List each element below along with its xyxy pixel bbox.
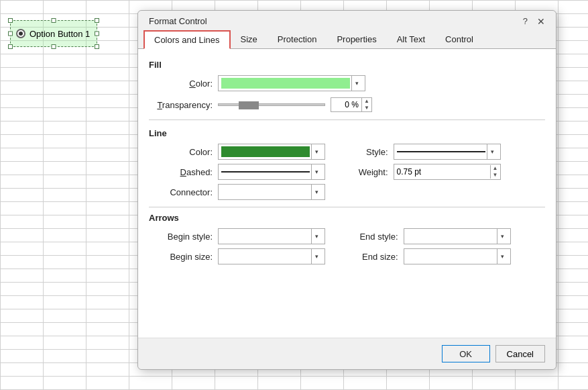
resize-handle-br[interactable] <box>95 44 99 49</box>
line-dashed-label: Dashed: <box>149 167 213 177</box>
end-size-dropdown[interactable]: ▾ <box>404 248 511 264</box>
fill-transparency-label: Transparency: <box>149 100 213 110</box>
end-size-label: End size: <box>351 252 398 262</box>
line-dashed-dropdown[interactable]: ▾ <box>218 164 325 180</box>
fill-transparency-row: Transparency: 0 % ▲ ▼ <box>149 97 545 113</box>
ok-button[interactable]: OK <box>442 345 490 362</box>
line-color-row: Color: ▾ <box>149 144 343 160</box>
line-connector-label: Connector: <box>149 187 213 197</box>
line-weight-value: 0.75 pt <box>394 167 490 177</box>
begin-size-arrow: ▾ <box>311 249 322 264</box>
begin-style-arrow: ▾ <box>311 229 322 244</box>
radio-inner <box>19 32 23 36</box>
tab-properties[interactable]: Properties <box>327 30 386 49</box>
resize-handle-tr[interactable] <box>95 18 99 23</box>
fill-color-label: Color: <box>149 79 213 89</box>
line-style-row: Style: ▾ <box>351 144 546 160</box>
resize-handle-ml[interactable] <box>8 32 13 36</box>
line-connector-dropdown[interactable]: ▾ <box>218 184 325 200</box>
line-weight-label: Weight: <box>351 167 388 177</box>
fill-color-dropdown[interactable]: ▾ <box>218 75 365 91</box>
tab-size[interactable]: Size <box>231 30 268 49</box>
end-style-dropdown[interactable]: ▾ <box>404 228 511 244</box>
line-weight-spinners: ▲ ▼ <box>490 165 500 179</box>
dialog-controls: ? ✕ <box>519 16 548 26</box>
end-size-arrow: ▾ <box>497 249 508 264</box>
format-control-dialog: Format Control ? ✕ Colors and Lines Size… <box>137 10 556 370</box>
cancel-button[interactable]: Cancel <box>495 345 545 362</box>
begin-style-label: Begin style: <box>149 232 213 242</box>
end-size-row: End size: ▾ <box>351 248 546 264</box>
transparency-slider[interactable] <box>218 97 325 113</box>
transparency-spinners: ▲ ▼ <box>361 98 371 111</box>
line-color-label: Color: <box>149 147 213 157</box>
line-connector-row: Connector: ▾ <box>149 184 545 200</box>
fill-color-row: Color: ▾ <box>149 75 545 91</box>
line-style-content <box>397 151 485 152</box>
weight-down[interactable]: ▼ <box>491 172 500 179</box>
transparency-up[interactable]: ▲ <box>362 98 371 105</box>
arrows-section-label: Arrows <box>149 213 545 223</box>
fill-color-dropdown-arrow: ▾ <box>351 76 362 91</box>
line-style-dropdown[interactable]: ▾ <box>394 144 501 160</box>
transparency-down[interactable]: ▼ <box>362 105 371 111</box>
close-icon[interactable]: ✕ <box>534 17 548 26</box>
line-style-line <box>397 151 485 152</box>
dialog-title: Format Control <box>149 16 207 26</box>
end-style-arrow: ▾ <box>497 229 508 244</box>
tab-control[interactable]: Control <box>435 30 483 49</box>
line-style-arrow: ▾ <box>487 144 497 159</box>
tab-protection[interactable]: Protection <box>268 30 327 49</box>
dialog-tabs: Colors and Lines Size Protection Propert… <box>138 30 556 49</box>
line-dashed-row: Dashed: ▾ <box>149 164 343 180</box>
line-color-dropdown[interactable]: ▾ <box>218 144 325 160</box>
line-weight-row: Weight: 0.75 pt ▲ ▼ <box>351 164 546 180</box>
resize-handle-bm[interactable] <box>52 44 56 49</box>
option-button-shape[interactable]: Option Button 1 <box>10 20 97 47</box>
line-arrows-divider <box>149 207 545 207</box>
transparency-value: 0 % <box>331 100 361 109</box>
resize-handle-mr[interactable] <box>95 32 99 36</box>
line-section-label: Line <box>149 128 545 138</box>
line-dashed-line <box>221 171 310 173</box>
begin-style-dropdown[interactable]: ▾ <box>218 228 325 244</box>
dialog-body: Fill Color: ▾ Transparency: 0 % <box>138 49 556 338</box>
line-dashed-content <box>221 171 310 173</box>
end-style-row: End style: ▾ <box>351 228 546 244</box>
begin-size-dropdown[interactable]: ▾ <box>218 248 325 264</box>
fill-line-divider <box>149 119 545 120</box>
transparency-percent-input[interactable]: 0 % ▲ ▼ <box>331 97 372 112</box>
line-dashed-arrow: ▾ <box>311 164 322 179</box>
tab-alt-text[interactable]: Alt Text <box>387 30 435 49</box>
fill-section-label: Fill <box>149 60 545 70</box>
slider-track <box>218 103 325 106</box>
line-color-dropdown-arrow: ▾ <box>311 144 322 159</box>
radio-circle <box>16 29 25 38</box>
dialog-footer: OK Cancel <box>138 338 556 369</box>
resize-handle-tm[interactable] <box>52 18 56 23</box>
resize-handle-tl[interactable] <box>8 18 13 23</box>
dialog-titlebar: Format Control ? ✕ <box>138 11 556 30</box>
begin-style-row: Begin style: ▾ <box>149 228 343 244</box>
line-connector-arrow: ▾ <box>311 185 322 199</box>
tab-colors-lines[interactable]: Colors and Lines <box>143 30 231 49</box>
line-color-swatch <box>221 146 310 157</box>
help-icon[interactable]: ? <box>519 16 532 26</box>
slider-thumb <box>239 101 259 109</box>
begin-size-label: Begin size: <box>149 252 213 262</box>
end-style-label: End style: <box>351 232 398 242</box>
line-weight-input[interactable]: 0.75 pt ▲ ▼ <box>394 164 501 180</box>
fill-color-swatch <box>221 78 350 89</box>
option-button-label: Option Button 1 <box>30 29 90 39</box>
resize-handle-bl[interactable] <box>8 44 13 49</box>
begin-size-row: Begin size: ▾ <box>149 248 343 264</box>
weight-up[interactable]: ▲ <box>491 165 500 172</box>
line-style-label: Style: <box>351 147 388 157</box>
